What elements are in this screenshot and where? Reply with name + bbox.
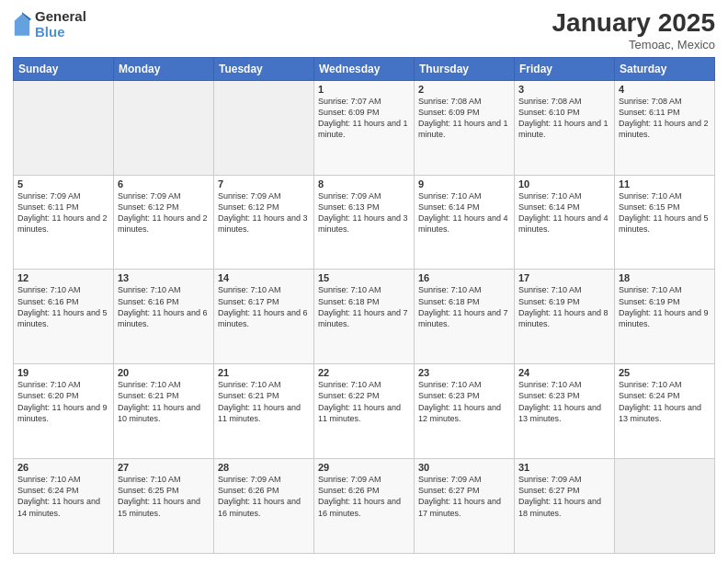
calendar-cell [615, 459, 715, 554]
col-friday: Friday [515, 57, 615, 80]
calendar-cell: 6Sunrise: 7:09 AM Sunset: 6:12 PM Daylig… [114, 175, 214, 270]
header: General Blue January 2025 Temoac, Mexico [13, 9, 715, 52]
day-number: 27 [118, 462, 210, 473]
day-info: Sunrise: 7:09 AM Sunset: 6:12 PM Dayligh… [218, 190, 310, 236]
day-number: 26 [17, 462, 109, 473]
day-number: 1 [318, 84, 410, 95]
day-info: Sunrise: 7:10 AM Sunset: 6:15 PM Dayligh… [619, 190, 711, 236]
col-thursday: Thursday [415, 57, 515, 80]
calendar-cell: 31Sunrise: 7:09 AM Sunset: 6:27 PM Dayli… [515, 459, 615, 554]
calendar-cell: 8Sunrise: 7:09 AM Sunset: 6:13 PM Daylig… [314, 175, 415, 270]
calendar-cell: 29Sunrise: 7:09 AM Sunset: 6:26 PM Dayli… [314, 459, 415, 554]
title-section: January 2025 Temoac, Mexico [552, 9, 715, 52]
week-row-5: 26Sunrise: 7:10 AM Sunset: 6:24 PM Dayli… [14, 459, 715, 554]
day-number: 8 [318, 178, 410, 190]
calendar-cell: 3Sunrise: 7:08 AM Sunset: 6:10 PM Daylig… [515, 80, 615, 175]
day-info: Sunrise: 7:10 AM Sunset: 6:14 PM Dayligh… [518, 190, 610, 236]
day-number: 21 [218, 367, 310, 378]
calendar-cell: 5Sunrise: 7:09 AM Sunset: 6:11 PM Daylig… [14, 175, 114, 270]
page: General Blue January 2025 Temoac, Mexico… [0, 0, 728, 563]
day-info: Sunrise: 7:10 AM Sunset: 6:19 PM Dayligh… [518, 284, 610, 329]
calendar-cell: 27Sunrise: 7:10 AM Sunset: 6:25 PM Dayli… [114, 459, 214, 554]
calendar-cell: 4Sunrise: 7:08 AM Sunset: 6:11 PM Daylig… [615, 80, 715, 175]
calendar-cell: 23Sunrise: 7:10 AM Sunset: 6:23 PM Dayli… [415, 364, 515, 459]
calendar-cell: 17Sunrise: 7:10 AM Sunset: 6:19 PM Dayli… [515, 270, 615, 364]
header-row: Sunday Monday Tuesday Wednesday Thursday… [14, 57, 715, 80]
week-row-2: 5Sunrise: 7:09 AM Sunset: 6:11 PM Daylig… [14, 175, 715, 270]
day-info: Sunrise: 7:10 AM Sunset: 6:25 PM Dayligh… [118, 474, 210, 519]
day-number: 19 [17, 367, 109, 378]
day-info: Sunrise: 7:10 AM Sunset: 6:16 PM Dayligh… [118, 284, 210, 329]
day-number: 15 [318, 272, 410, 283]
calendar-cell: 10Sunrise: 7:10 AM Sunset: 6:14 PM Dayli… [515, 175, 615, 270]
day-info: Sunrise: 7:07 AM Sunset: 6:09 PM Dayligh… [318, 96, 410, 141]
day-info: Sunrise: 7:10 AM Sunset: 6:24 PM Dayligh… [619, 379, 711, 424]
calendar-table: Sunday Monday Tuesday Wednesday Thursday… [13, 57, 715, 554]
day-number: 20 [118, 367, 210, 378]
day-info: Sunrise: 7:10 AM Sunset: 6:23 PM Dayligh… [518, 379, 610, 424]
calendar-cell: 21Sunrise: 7:10 AM Sunset: 6:21 PM Dayli… [214, 364, 314, 459]
calendar-cell: 26Sunrise: 7:10 AM Sunset: 6:24 PM Dayli… [14, 459, 114, 554]
calendar-cell: 22Sunrise: 7:10 AM Sunset: 6:22 PM Dayli… [314, 364, 415, 459]
day-number: 3 [518, 84, 610, 95]
logo-icon [13, 12, 31, 38]
logo-general-text: General [35, 9, 86, 25]
day-info: Sunrise: 7:10 AM Sunset: 6:21 PM Dayligh… [218, 379, 310, 424]
calendar-cell: 13Sunrise: 7:10 AM Sunset: 6:16 PM Dayli… [114, 270, 214, 364]
calendar-cell: 20Sunrise: 7:10 AM Sunset: 6:21 PM Dayli… [114, 364, 214, 459]
day-number: 31 [518, 462, 610, 473]
day-info: Sunrise: 7:10 AM Sunset: 6:18 PM Dayligh… [318, 284, 410, 329]
day-info: Sunrise: 7:10 AM Sunset: 6:24 PM Dayligh… [17, 474, 109, 519]
calendar-cell: 14Sunrise: 7:10 AM Sunset: 6:17 PM Dayli… [214, 270, 314, 364]
day-number: 18 [619, 272, 711, 283]
week-row-4: 19Sunrise: 7:10 AM Sunset: 6:20 PM Dayli… [14, 364, 715, 459]
day-info: Sunrise: 7:09 AM Sunset: 6:11 PM Dayligh… [17, 190, 109, 236]
week-row-1: 1Sunrise: 7:07 AM Sunset: 6:09 PM Daylig… [14, 80, 715, 175]
day-number: 25 [619, 367, 711, 378]
day-number: 17 [518, 272, 610, 283]
day-info: Sunrise: 7:08 AM Sunset: 6:11 PM Dayligh… [619, 96, 711, 141]
calendar-cell [114, 80, 214, 175]
day-info: Sunrise: 7:10 AM Sunset: 6:21 PM Dayligh… [118, 379, 210, 424]
day-number: 22 [318, 367, 410, 378]
calendar-cell: 18Sunrise: 7:10 AM Sunset: 6:19 PM Dayli… [615, 270, 715, 364]
logo: General Blue [13, 9, 86, 40]
day-number: 9 [418, 178, 510, 190]
day-number: 6 [118, 178, 210, 190]
day-number: 7 [218, 178, 310, 190]
day-info: Sunrise: 7:08 AM Sunset: 6:09 PM Dayligh… [418, 96, 510, 141]
calendar-cell: 15Sunrise: 7:10 AM Sunset: 6:18 PM Dayli… [314, 270, 415, 364]
calendar-cell: 12Sunrise: 7:10 AM Sunset: 6:16 PM Dayli… [14, 270, 114, 364]
day-info: Sunrise: 7:09 AM Sunset: 6:27 PM Dayligh… [518, 474, 610, 519]
month-title: January 2025 [552, 9, 715, 38]
day-info: Sunrise: 7:09 AM Sunset: 6:27 PM Dayligh… [418, 474, 510, 519]
day-info: Sunrise: 7:10 AM Sunset: 6:14 PM Dayligh… [418, 190, 510, 236]
day-info: Sunrise: 7:10 AM Sunset: 6:16 PM Dayligh… [17, 284, 109, 329]
day-number: 11 [619, 178, 711, 190]
day-number: 2 [418, 84, 510, 95]
day-info: Sunrise: 7:10 AM Sunset: 6:22 PM Dayligh… [318, 379, 410, 424]
calendar-cell: 19Sunrise: 7:10 AM Sunset: 6:20 PM Dayli… [14, 364, 114, 459]
calendar-cell [14, 80, 114, 175]
day-number: 12 [17, 272, 109, 283]
calendar-cell: 30Sunrise: 7:09 AM Sunset: 6:27 PM Dayli… [415, 459, 515, 554]
location: Temoac, Mexico [552, 38, 715, 52]
day-info: Sunrise: 7:09 AM Sunset: 6:12 PM Dayligh… [118, 190, 210, 236]
day-number: 14 [218, 272, 310, 283]
logo-blue-text: Blue [35, 25, 86, 40]
day-number: 28 [218, 462, 310, 473]
logo-text: General Blue [35, 9, 86, 40]
day-info: Sunrise: 7:08 AM Sunset: 6:10 PM Dayligh… [518, 96, 610, 141]
calendar-cell: 7Sunrise: 7:09 AM Sunset: 6:12 PM Daylig… [214, 175, 314, 270]
day-info: Sunrise: 7:09 AM Sunset: 6:13 PM Dayligh… [318, 190, 410, 236]
day-number: 4 [619, 84, 711, 95]
day-info: Sunrise: 7:10 AM Sunset: 6:19 PM Dayligh… [619, 284, 711, 329]
col-tuesday: Tuesday [214, 57, 314, 80]
day-number: 23 [418, 367, 510, 378]
day-number: 13 [118, 272, 210, 283]
calendar-cell: 11Sunrise: 7:10 AM Sunset: 6:15 PM Dayli… [615, 175, 715, 270]
day-number: 29 [318, 462, 410, 473]
calendar-cell [214, 80, 314, 175]
day-info: Sunrise: 7:10 AM Sunset: 6:20 PM Dayligh… [17, 379, 109, 424]
calendar-cell: 25Sunrise: 7:10 AM Sunset: 6:24 PM Dayli… [615, 364, 715, 459]
